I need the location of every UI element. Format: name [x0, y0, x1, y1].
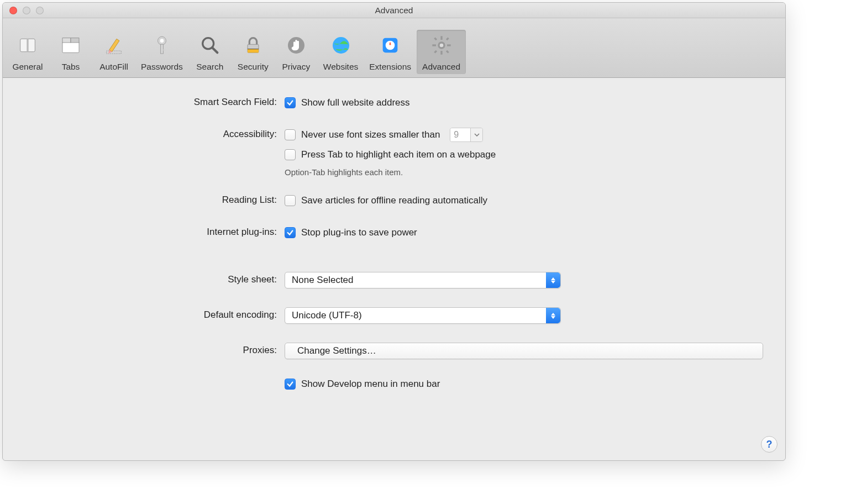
- toolbar-advanced[interactable]: Advanced: [417, 30, 466, 74]
- select-value: Unicode (UTF-8): [292, 310, 362, 321]
- svg-rect-8: [160, 44, 163, 54]
- svg-rect-13: [248, 49, 259, 53]
- toolbar: General Tabs AutoFill Passwords Search: [3, 18, 785, 78]
- toolbar-label: Websites: [323, 62, 358, 72]
- encoding-select[interactable]: Unicode (UTF-8): [285, 307, 561, 324]
- min-font-size-field[interactable]: [450, 128, 483, 142]
- preferences-window: Advanced General Tabs AutoFill Passwords: [2, 2, 786, 461]
- option-label: Stop plug-ins to save power: [301, 227, 417, 238]
- toolbar-passwords[interactable]: Passwords: [135, 30, 188, 74]
- help-button[interactable]: ?: [761, 436, 778, 453]
- svg-rect-2: [62, 41, 79, 53]
- toolbar-label: Search: [196, 62, 223, 72]
- puzzle-icon: [377, 32, 403, 59]
- smart-search-label: Smart Search Field:: [25, 95, 285, 108]
- svg-rect-22: [447, 44, 451, 46]
- encoding-label: Default encoding:: [25, 307, 285, 321]
- svg-line-11: [212, 48, 217, 53]
- toolbar-websites[interactable]: Websites: [318, 30, 364, 74]
- toolbar-label: Tabs: [62, 62, 80, 72]
- checkbox-icon: [285, 149, 296, 160]
- toolbar-tabs[interactable]: Tabs: [49, 30, 92, 74]
- gear-icon: [428, 32, 455, 59]
- min-font-input[interactable]: [450, 128, 470, 141]
- show-full-address-option[interactable]: Show full website address: [285, 95, 763, 111]
- change-settings-button[interactable]: Change Settings…: [285, 343, 763, 359]
- svg-rect-9: [163, 49, 165, 51]
- proxies-label: Proxies:: [25, 343, 285, 356]
- option-label: Never use font sizes smaller than: [301, 129, 440, 140]
- option-label: Save articles for offline reading automa…: [301, 195, 487, 206]
- toolbar-autofill[interactable]: AutoFill: [92, 30, 135, 74]
- svg-point-15: [333, 37, 349, 54]
- tabs-icon: [57, 32, 84, 59]
- toolbar-label: AutoFill: [99, 62, 128, 72]
- option-label: Press Tab to highlight each item on a we…: [301, 149, 496, 160]
- toolbar-label: Advanced: [422, 62, 460, 72]
- window-title: Advanced: [3, 6, 785, 15]
- chevron-down-icon[interactable]: [470, 128, 482, 141]
- svg-rect-4: [71, 38, 79, 43]
- svg-rect-1: [27, 39, 28, 51]
- accessibility-hint: Option-Tab highlights each item.: [285, 166, 763, 177]
- checkbox-icon: [285, 97, 296, 108]
- toolbar-label: Security: [238, 62, 269, 72]
- toolbar-security[interactable]: Security: [232, 30, 275, 74]
- offline-reading-option[interactable]: Save articles for offline reading automa…: [285, 192, 763, 209]
- svg-rect-20: [440, 51, 442, 55]
- button-label: Change Settings…: [297, 345, 376, 356]
- switch-icon: [14, 32, 41, 59]
- toolbar-general[interactable]: General: [6, 30, 49, 74]
- min-font-option[interactable]: Never use font sizes smaller than: [285, 129, 440, 140]
- plugins-label: Internet plug-ins:: [25, 224, 285, 238]
- select-arrows-icon: [546, 272, 560, 288]
- reading-list-label: Reading List:: [25, 192, 285, 206]
- globe-icon: [328, 32, 354, 59]
- toolbar-extensions[interactable]: Extensions: [364, 30, 417, 74]
- svg-rect-21: [432, 44, 436, 46]
- svg-point-7: [160, 39, 164, 43]
- traffic-lights: [3, 7, 44, 14]
- svg-rect-3: [62, 38, 71, 43]
- toolbar-label: General: [12, 62, 43, 72]
- close-button[interactable]: [9, 7, 17, 14]
- toolbar-label: Extensions: [369, 62, 411, 72]
- content-pane: Smart Search Field: Show full website ad…: [3, 78, 785, 414]
- hand-icon: [283, 32, 309, 59]
- press-tab-option[interactable]: Press Tab to highlight each item on a we…: [285, 146, 763, 163]
- accessibility-label: Accessibility:: [25, 127, 285, 140]
- style-sheet-select[interactable]: None Selected: [285, 272, 561, 288]
- minimize-button[interactable]: [23, 7, 30, 14]
- magnifier-icon: [197, 32, 223, 59]
- svg-rect-23: [434, 37, 437, 40]
- titlebar: Advanced: [3, 3, 785, 18]
- checkbox-icon: [285, 379, 296, 390]
- svg-rect-19: [440, 36, 442, 40]
- maximize-button[interactable]: [36, 7, 44, 14]
- help-icon: ?: [766, 439, 773, 450]
- checkbox-icon: [285, 129, 296, 140]
- option-label: Show full website address: [301, 97, 410, 108]
- svg-rect-24: [445, 50, 449, 54]
- lock-icon: [240, 32, 266, 59]
- svg-rect-25: [445, 37, 449, 40]
- toolbar-label: Passwords: [141, 62, 183, 72]
- select-value: None Selected: [292, 275, 354, 286]
- toolbar-search[interactable]: Search: [188, 30, 232, 74]
- develop-menu-option[interactable]: Show Develop menu in menu bar: [285, 376, 763, 392]
- checkbox-icon: [285, 195, 296, 206]
- style-sheet-label: Style sheet:: [25, 272, 285, 285]
- svg-rect-26: [434, 50, 437, 54]
- checkbox-icon: [285, 227, 296, 238]
- option-label: Show Develop menu in menu bar: [301, 379, 440, 390]
- toolbar-label: Privacy: [282, 62, 310, 72]
- key-icon: [149, 32, 175, 59]
- pencil-icon: [101, 32, 127, 59]
- select-arrows-icon: [546, 308, 560, 323]
- stop-plugins-option[interactable]: Stop plug-ins to save power: [285, 224, 763, 241]
- toolbar-privacy[interactable]: Privacy: [275, 30, 318, 74]
- svg-point-27: [439, 44, 443, 48]
